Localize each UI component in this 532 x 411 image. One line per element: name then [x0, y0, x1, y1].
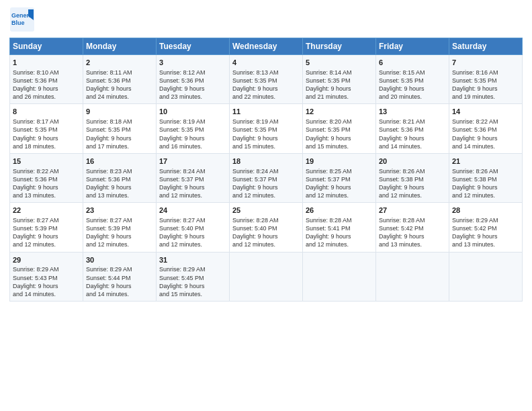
calendar-table: SundayMondayTuesdayWednesdayThursdayFrid… [9, 38, 523, 302]
day-info: Sunrise: 8:28 AM [232, 216, 300, 224]
day-number: 23 [86, 205, 153, 216]
calendar-cell: 28Sunrise: 8:29 AMSunset: 5:42 PMDayligh… [449, 203, 523, 252]
day-number: 22 [13, 205, 80, 216]
day-number: 4 [232, 58, 300, 68]
day-info: Sunrise: 8:27 AM [86, 216, 153, 224]
day-number: 5 [306, 58, 373, 68]
day-number: 15 [13, 156, 80, 167]
day-info: Sunrise: 8:26 AM [452, 167, 519, 175]
day-number: 21 [452, 156, 519, 167]
day-info: Sunset: 5:40 PM [232, 224, 300, 232]
calendar-cell: 31Sunrise: 8:29 AMSunset: 5:45 PMDayligh… [157, 252, 230, 301]
calendar-cell: 15Sunrise: 8:22 AMSunset: 5:36 PMDayligh… [10, 153, 83, 202]
calendar-cell: 20Sunrise: 8:26 AMSunset: 5:38 PMDayligh… [376, 153, 449, 202]
header-day-friday: Friday [376, 38, 449, 55]
day-number: 1 [13, 58, 80, 68]
day-info: and 12 minutes. [232, 191, 300, 199]
day-info: Sunset: 5:36 PM [13, 175, 80, 183]
calendar-cell: 19Sunrise: 8:25 AMSunset: 5:37 PMDayligh… [303, 153, 376, 202]
calendar-header: SundayMondayTuesdayWednesdayThursdayFrid… [10, 38, 523, 55]
day-info: and 12 minutes. [86, 240, 153, 248]
day-info: Sunset: 5:45 PM [159, 274, 226, 282]
day-info: Daylight: 9 hours [86, 134, 153, 142]
day-info: and 24 minutes. [86, 93, 153, 101]
day-info: and 21 minutes. [306, 93, 373, 101]
day-info: Sunrise: 8:24 AM [232, 167, 300, 175]
day-info: and 14 minutes. [13, 290, 80, 298]
day-info: Sunrise: 8:10 AM [13, 68, 80, 77]
day-info: Sunset: 5:36 PM [86, 175, 153, 183]
day-info: Sunset: 5:35 PM [306, 126, 373, 134]
calendar-cell: 2Sunrise: 8:11 AMSunset: 5:36 PMDaylight… [83, 55, 157, 104]
day-info: Sunrise: 8:21 AM [379, 118, 446, 126]
day-number: 12 [306, 107, 373, 117]
calendar-body: 1Sunrise: 8:10 AMSunset: 5:36 PMDaylight… [10, 55, 523, 302]
day-number: 30 [86, 255, 153, 265]
header-day-thursday: Thursday [303, 38, 376, 55]
calendar-cell: 9Sunrise: 8:18 AMSunset: 5:35 PMDaylight… [83, 104, 157, 153]
day-number: 2 [86, 58, 153, 68]
calendar-cell: 25Sunrise: 8:28 AMSunset: 5:40 PMDayligh… [230, 203, 303, 252]
day-info: and 13 minutes. [452, 240, 519, 248]
day-info: Sunset: 5:36 PM [379, 126, 446, 134]
day-info: Sunset: 5:36 PM [452, 126, 519, 134]
day-info: and 20 minutes. [379, 93, 446, 101]
day-info: Sunrise: 8:11 AM [86, 68, 153, 77]
header-day-sunday: Sunday [10, 38, 83, 55]
day-info: Daylight: 9 hours [13, 232, 80, 240]
calendar-cell: 26Sunrise: 8:28 AMSunset: 5:41 PMDayligh… [303, 203, 376, 252]
day-info: Sunrise: 8:20 AM [306, 118, 373, 126]
calendar-cell: 5Sunrise: 8:14 AMSunset: 5:35 PMDaylight… [303, 55, 376, 104]
day-info: Sunset: 5:39 PM [86, 224, 153, 232]
day-info: Sunrise: 8:15 AM [379, 68, 446, 77]
day-info: Daylight: 9 hours [232, 183, 300, 191]
day-info: Sunrise: 8:28 AM [379, 216, 446, 224]
day-info: Daylight: 9 hours [13, 85, 80, 93]
day-info: Sunrise: 8:18 AM [86, 118, 153, 126]
day-info: Daylight: 9 hours [379, 134, 446, 142]
day-info: Sunrise: 8:24 AM [159, 167, 226, 175]
day-info: Daylight: 9 hours [379, 183, 446, 191]
day-info: Daylight: 9 hours [452, 85, 519, 93]
day-info: Daylight: 9 hours [306, 183, 373, 191]
day-info: and 15 minutes. [159, 290, 226, 298]
day-info: Sunset: 5:40 PM [159, 224, 226, 232]
day-info: Daylight: 9 hours [86, 85, 153, 93]
day-info: and 23 minutes. [159, 93, 226, 101]
day-info: Sunrise: 8:22 AM [452, 118, 519, 126]
calendar-cell: 30Sunrise: 8:29 AMSunset: 5:44 PMDayligh… [83, 252, 157, 301]
calendar-cell: 7Sunrise: 8:16 AMSunset: 5:35 PMDaylight… [449, 55, 523, 104]
day-info: Daylight: 9 hours [379, 232, 446, 240]
day-number: 9 [86, 107, 153, 117]
calendar-week-2: 8Sunrise: 8:17 AMSunset: 5:35 PMDaylight… [10, 104, 523, 153]
calendar-cell [376, 252, 449, 301]
day-info: Sunrise: 8:17 AM [13, 118, 80, 126]
day-info: and 19 minutes. [452, 93, 519, 101]
day-number: 8 [13, 107, 80, 117]
day-info: and 16 minutes. [159, 142, 226, 150]
svg-text:Blue: Blue [11, 19, 25, 26]
day-info: Daylight: 9 hours [452, 134, 519, 142]
day-info: Sunset: 5:42 PM [379, 224, 446, 232]
day-info: Sunset: 5:38 PM [379, 175, 446, 183]
day-number: 27 [379, 205, 446, 216]
day-info: Daylight: 9 hours [86, 232, 153, 240]
day-info: Sunset: 5:42 PM [452, 224, 519, 232]
calendar-cell: 3Sunrise: 8:12 AMSunset: 5:36 PMDaylight… [157, 55, 230, 104]
day-number: 18 [232, 156, 300, 167]
day-info: Sunrise: 8:14 AM [306, 68, 373, 77]
day-info: Sunset: 5:41 PM [306, 224, 373, 232]
day-info: Sunrise: 8:29 AM [86, 265, 153, 273]
day-info: Sunrise: 8:27 AM [159, 216, 226, 224]
day-info: and 13 minutes. [13, 191, 80, 199]
day-info: Daylight: 9 hours [452, 232, 519, 240]
day-info: Sunrise: 8:29 AM [452, 216, 519, 224]
calendar-cell: 11Sunrise: 8:19 AMSunset: 5:35 PMDayligh… [230, 104, 303, 153]
day-info: Daylight: 9 hours [232, 134, 300, 142]
day-info: Daylight: 9 hours [159, 134, 226, 142]
header: GeneralBlue [9, 7, 523, 32]
day-number: 19 [306, 156, 373, 167]
day-number: 3 [159, 58, 226, 68]
calendar-cell: 1Sunrise: 8:10 AMSunset: 5:36 PMDaylight… [10, 55, 83, 104]
day-number: 14 [452, 107, 519, 117]
